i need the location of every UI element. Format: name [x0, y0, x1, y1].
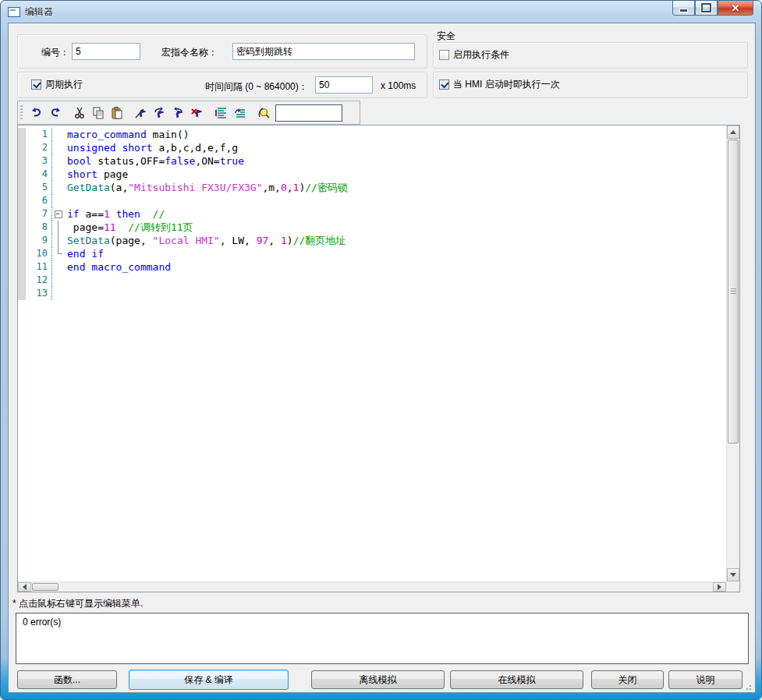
- line-number: 10: [26, 247, 52, 260]
- bookmark-prev-icon[interactable]: [169, 104, 188, 122]
- line-number: 7: [26, 207, 52, 221]
- periodic-checkbox[interactable]: 周期执行: [31, 78, 83, 91]
- code-token: true: [220, 155, 244, 167]
- help-button[interactable]: 说明: [668, 670, 743, 689]
- selection-margin: [18, 168, 26, 181]
- app-icon: [8, 7, 20, 17]
- minimize-button[interactable]: [672, 1, 695, 16]
- line-number: 6: [26, 194, 52, 207]
- code-line[interactable]: 13: [18, 287, 726, 300]
- code-text: [65, 194, 67, 207]
- bookmark-clear-icon[interactable]: [188, 104, 207, 122]
- code-token: //翻页地址: [293, 235, 346, 246]
- fold-margin: [52, 247, 65, 260]
- hint-text: * 点击鼠标右键可显示编辑菜单.: [12, 597, 143, 610]
- code-line[interactable]: 7if a==1 then //: [18, 207, 726, 221]
- code-text: short page: [65, 168, 128, 181]
- close-button[interactable]: ✕: [718, 1, 753, 16]
- bookmark-toggle-icon[interactable]: [132, 104, 151, 122]
- code-token: "Local HMI": [153, 235, 220, 246]
- vertical-scroll-thumb[interactable]: [728, 140, 739, 444]
- code-token: (page,: [110, 235, 153, 246]
- code-token: [116, 221, 129, 233]
- macro-id-label: 编号：: [41, 46, 69, 59]
- selection-margin: [18, 207, 26, 221]
- line-number: 1: [26, 128, 52, 141]
- code-view[interactable]: 1macro_command main()2unsigned short a,b…: [18, 126, 726, 582]
- code-line[interactable]: 1macro_command main(): [18, 128, 726, 141]
- fold-collapse-icon[interactable]: [52, 207, 65, 221]
- code-editor[interactable]: 1macro_command main()2unsigned short a,b…: [17, 125, 740, 592]
- scroll-right-button[interactable]: [713, 582, 726, 592]
- scroll-up-button[interactable]: [727, 126, 739, 139]
- search-input[interactable]: [275, 104, 342, 122]
- code-token: //: [153, 208, 165, 220]
- code-line[interactable]: 4short page: [18, 168, 726, 181]
- code-line[interactable]: 9SetData(page, "Local HMI", LW, 97, 1)//…: [18, 234, 726, 247]
- selection-margin: [18, 274, 26, 287]
- periodic-label: 周期执行: [45, 78, 83, 91]
- code-token: a==: [80, 208, 104, 220]
- code-text: unsigned short a,b,c,d,e,f,g: [65, 141, 238, 154]
- undo-icon[interactable]: [27, 104, 46, 122]
- save-compile-button[interactable]: 保存 & 编译: [129, 670, 289, 690]
- functions-button[interactable]: 函数...: [17, 670, 117, 689]
- indent-icon[interactable]: [212, 104, 231, 122]
- checkbox-box: [439, 80, 449, 90]
- macro-name-label: 宏指令名称：: [161, 46, 218, 59]
- code-token: false: [165, 155, 195, 167]
- code-line[interactable]: 8 page=11 //调转到11页: [18, 221, 726, 234]
- paste-icon[interactable]: [108, 104, 126, 122]
- horizontal-scrollbar[interactable]: [18, 582, 726, 592]
- code-line[interactable]: 10end if: [18, 247, 726, 260]
- code-text: page=11 //调转到11页: [65, 221, 193, 234]
- macro-name-input[interactable]: [232, 43, 415, 60]
- code-line[interactable]: 6: [18, 194, 726, 207]
- code-line[interactable]: 5GetData(a,"Mitsubishi FX3U/FX3G",m,0,1)…: [18, 181, 726, 194]
- code-token: short: [67, 168, 97, 180]
- close-dialog-button[interactable]: 关闭: [591, 670, 664, 689]
- maximize-button[interactable]: [695, 1, 718, 16]
- line-number: 8: [26, 221, 52, 234]
- scroll-down-button[interactable]: [727, 568, 739, 582]
- code-token: end if: [67, 248, 104, 260]
- code-line[interactable]: 2unsigned short a,b,c,d,e,f,g: [18, 141, 726, 154]
- horizontal-scroll-thumb[interactable]: [32, 583, 58, 591]
- exec-condition-checkbox[interactable]: 启用执行条件: [439, 48, 509, 62]
- find-icon[interactable]: [255, 104, 274, 122]
- interval-unit-label: x 100ms: [381, 80, 416, 91]
- code-token: if: [67, 208, 80, 220]
- cut-icon[interactable]: [70, 104, 89, 122]
- macro-id-input[interactable]: [72, 43, 140, 60]
- bookmark-next-icon[interactable]: [151, 104, 169, 122]
- code-token: SetData: [67, 235, 110, 246]
- code-token: //调转到11页: [128, 221, 193, 233]
- code-token: 97: [257, 235, 269, 246]
- copy-icon[interactable]: [89, 104, 108, 122]
- selection-margin: [18, 287, 26, 300]
- selection-margin: [18, 194, 26, 207]
- fold-margin: [52, 181, 65, 194]
- line-number: 11: [26, 260, 52, 274]
- line-number: 2: [26, 141, 52, 154]
- offline-simulation-button[interactable]: 离线模拟: [311, 670, 445, 689]
- online-simulation-button[interactable]: 在线模拟: [450, 670, 583, 689]
- resize-grip[interactable]: [744, 683, 752, 691]
- window-title: 编辑器: [25, 5, 53, 19]
- outdent-icon[interactable]: [231, 104, 250, 122]
- code-line[interactable]: 12: [18, 274, 726, 287]
- vertical-scrollbar[interactable]: [726, 126, 739, 582]
- selection-margin: [18, 154, 26, 168]
- scroll-left-button[interactable]: [18, 582, 31, 592]
- toolbar-grip[interactable]: [20, 105, 23, 121]
- run-on-startup-checkbox[interactable]: 当 HMI 启动时即执行一次: [439, 78, 560, 91]
- code-line[interactable]: 3bool status,OFF=false,ON=true: [18, 154, 726, 168]
- code-token: ,m,: [262, 182, 280, 193]
- selection-margin: [18, 221, 26, 234]
- interval-input[interactable]: [315, 76, 373, 94]
- code-line[interactable]: 11end macro_command: [18, 260, 726, 274]
- titlebar[interactable]: 编辑器: [1, 1, 761, 23]
- fold-margin: [52, 128, 65, 141]
- redo-icon[interactable]: [46, 104, 65, 122]
- code-token: macro_command: [67, 129, 147, 140]
